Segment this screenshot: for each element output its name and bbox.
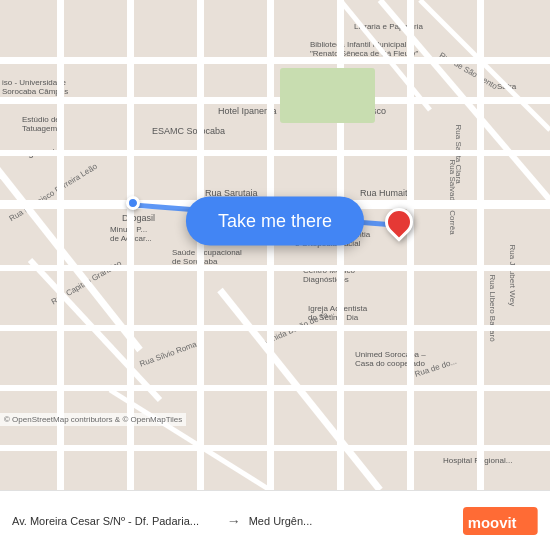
to-label: Med Urgên... (249, 515, 313, 527)
svg-text:moovit: moovit (468, 513, 517, 530)
map-container: ESAMC Sorocaba Hotel Ipanema Bradesco Dr… (0, 0, 550, 490)
from-label: Av. Moreira Cesar S/Nº - Df. Padaria... (12, 515, 199, 527)
arrow-icon: → (227, 513, 241, 529)
bottom-bar: Av. Moreira Cesar S/Nº - Df. Padaria... … (0, 490, 550, 550)
origin-marker (126, 196, 140, 210)
moovit-logo: moovit (463, 507, 538, 535)
take-me-there-button[interactable]: Take me there (186, 196, 364, 245)
destination-marker (385, 208, 413, 236)
map-attribution: © OpenStreetMap contributors & © OpenMap… (0, 413, 186, 426)
bottom-from: Av. Moreira Cesar S/Nº - Df. Padaria... (12, 515, 219, 527)
bottom-to: Med Urgên... (249, 515, 456, 527)
